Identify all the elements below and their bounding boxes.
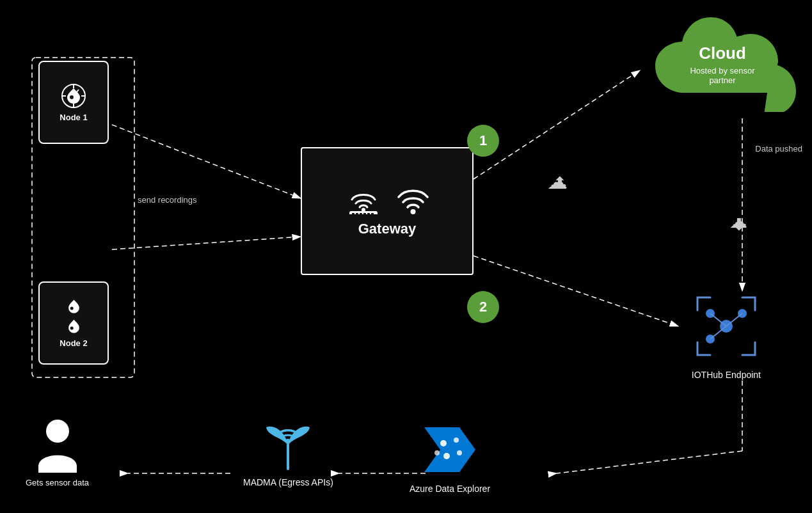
- svg-line-3: [112, 125, 301, 198]
- azure-label: Azure Data Explorer: [410, 484, 490, 494]
- cloud-title: Cloud: [686, 43, 760, 63]
- svg-line-5: [474, 70, 640, 179]
- node2-sensor-icon-top: [63, 299, 85, 315]
- iothub-label: IOTHub Endpoint: [692, 370, 761, 380]
- node1-box: Node 1: [38, 61, 109, 144]
- iothub-container: IOTHub Endpoint: [692, 294, 761, 380]
- svg-point-19: [70, 326, 73, 329]
- node2-box: Node 2: [38, 281, 109, 365]
- cloud-shape: Cloud Hosted by sensor partner: [649, 16, 796, 112]
- azure-icon: [421, 421, 479, 478]
- svg-point-40: [443, 453, 450, 459]
- svg-line-34: [726, 313, 742, 326]
- cloud-subtitle: Hosted by sensor partner: [686, 66, 760, 85]
- svg-rect-24: [360, 213, 362, 214]
- svg-line-35: [710, 326, 726, 339]
- step2-circle: 2: [467, 291, 499, 323]
- svg-point-43: [46, 420, 69, 443]
- svg-point-28: [410, 209, 415, 214]
- svg-point-17: [70, 95, 74, 99]
- svg-point-37: [440, 440, 447, 446]
- svg-point-39: [457, 450, 462, 455]
- svg-rect-25: [363, 213, 366, 214]
- svg-point-38: [454, 438, 459, 443]
- svg-marker-36: [424, 427, 475, 472]
- svg-rect-26: [367, 213, 370, 214]
- svg-line-33: [710, 313, 726, 326]
- svg-point-42: [285, 439, 291, 444]
- step1-circle: 1: [467, 125, 499, 157]
- gateway-icons: [344, 185, 431, 214]
- node2-label: Node 2: [60, 338, 87, 348]
- cloud-text: Cloud Hosted by sensor partner: [686, 43, 760, 85]
- gateway-label: Gateway: [358, 221, 417, 237]
- diagram-container: ⬆ ⬇ Cloud Hosted by sensor partner: [0, 0, 812, 513]
- madma-icon: [261, 418, 315, 472]
- router-icon: [344, 185, 383, 214]
- wifi-icon: [395, 185, 431, 214]
- svg-point-41: [434, 450, 440, 455]
- node1-label: Node 1: [60, 113, 87, 122]
- person-container: Gets sensor data: [26, 418, 89, 487]
- send-recordings-label: send recordings: [138, 195, 197, 205]
- person-icon: [35, 418, 80, 473]
- svg-rect-27: [371, 213, 374, 214]
- step2-label: 2: [479, 299, 487, 315]
- node1-sensor-icon: [61, 83, 86, 109]
- madma-label: MADMA (Egress APIs): [243, 477, 333, 487]
- data-pushed-label: Data pushed: [755, 144, 802, 154]
- madma-container: MADMA (Egress APIs): [243, 418, 333, 487]
- step1-label: 1: [479, 132, 487, 149]
- gateway-box: Gateway: [301, 147, 474, 275]
- cloud-container: Cloud Hosted by sensor partner: [639, 6, 806, 122]
- svg-line-11: [557, 451, 742, 473]
- svg-line-6: [474, 256, 678, 326]
- gets-sensor-data-label: Gets sensor data: [26, 478, 89, 487]
- download-cloud-icon: ☁: [729, 211, 747, 232]
- azure-container: Azure Data Explorer: [410, 421, 490, 494]
- iothub-icon: [694, 294, 758, 365]
- node2-sensor-icon-bottom: [63, 319, 85, 335]
- svg-point-18: [70, 306, 73, 310]
- upload-cloud-icon: ☁: [547, 170, 568, 194]
- svg-rect-23: [356, 213, 358, 214]
- svg-rect-22: [352, 213, 354, 214]
- svg-line-4: [112, 237, 301, 249]
